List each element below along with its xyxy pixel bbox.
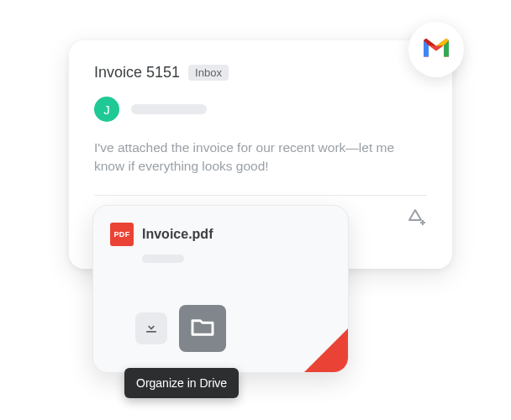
download-button[interactable] xyxy=(135,312,167,344)
subject-row: Invoice 5151 Inbox xyxy=(94,64,427,81)
gmail-icon xyxy=(421,36,451,63)
download-icon xyxy=(143,318,160,339)
folder-icon xyxy=(189,313,216,344)
sender-row: J xyxy=(94,97,427,122)
avatar[interactable]: J xyxy=(94,97,119,122)
email-body: I've attached the invoice for our recent… xyxy=(94,139,426,176)
tooltip: Organize in Drive xyxy=(124,368,239,398)
attachment-header: PDF Invoice.pdf xyxy=(93,206,348,253)
attachment-card[interactable]: PDF Invoice.pdf xyxy=(92,205,349,373)
page-corner-fold xyxy=(304,328,348,372)
divider xyxy=(94,195,427,196)
attachment-filename: Invoice.pdf xyxy=(142,227,213,242)
organize-in-drive-button[interactable] xyxy=(179,305,226,352)
attachment-actions xyxy=(135,305,226,352)
email-subject: Invoice 5151 xyxy=(94,64,180,81)
pdf-icon: PDF xyxy=(110,223,134,246)
save-to-drive-icon[interactable] xyxy=(405,207,425,228)
attachment-meta-placeholder xyxy=(142,255,184,263)
gmail-badge xyxy=(408,22,464,77)
sender-name-placeholder xyxy=(131,104,207,114)
inbox-tag[interactable]: Inbox xyxy=(188,65,229,81)
